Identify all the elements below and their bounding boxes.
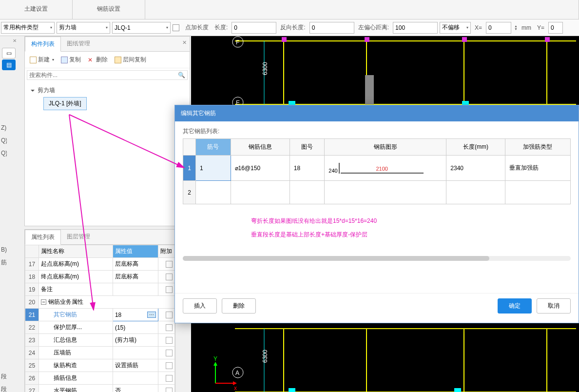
combo-offset[interactable]: 不偏移 ▾ bbox=[440, 22, 471, 34]
search-icon[interactable]: 🔍 bbox=[178, 72, 185, 78]
y-input[interactable] bbox=[548, 22, 563, 34]
checkbox[interactable] bbox=[166, 312, 173, 318]
table-row[interactable]: 26插筋信息 bbox=[25, 372, 175, 385]
table-row[interactable]: 17起点底标高(m)层底标高 bbox=[25, 258, 175, 271]
table-row[interactable]: 19备注 bbox=[25, 283, 175, 296]
prop-extra[interactable] bbox=[158, 271, 175, 283]
checkbox[interactable] bbox=[166, 375, 173, 382]
tab-earthwork[interactable]: 土建设置 bbox=[0, 0, 73, 19]
horizontal-scrollbar[interactable] bbox=[183, 256, 571, 261]
prop-extra[interactable] bbox=[158, 321, 175, 334]
x-spinner[interactable]: ▲▼ bbox=[514, 25, 518, 31]
combo-wall-type[interactable]: 剪力墙 ▾ bbox=[57, 22, 110, 34]
prop-value[interactable]: 层底标高 bbox=[113, 271, 158, 283]
col-bar-info[interactable]: 钢筋信息 bbox=[231, 139, 290, 156]
prop-value[interactable]: 否 bbox=[113, 385, 158, 392]
cell-info[interactable]: ⌀16@150 bbox=[231, 156, 290, 181]
checkbox-point-length[interactable] bbox=[173, 24, 179, 31]
table-row[interactable]: 21其它钢筋18⋯ bbox=[25, 309, 175, 321]
prop-extra[interactable] bbox=[158, 385, 175, 392]
prop-value[interactable]: (剪力墙) bbox=[113, 334, 158, 347]
view-button-1[interactable]: ▭ bbox=[2, 48, 16, 59]
table-row[interactable]: 18终点底标高(m)层底标高 bbox=[25, 271, 175, 283]
col-shape[interactable]: 钢筋图形 bbox=[325, 139, 446, 156]
rev-length-input[interactable] bbox=[309, 22, 354, 34]
tab-component-list[interactable]: 构件列表 bbox=[25, 37, 61, 52]
cell-kind[interactable]: 垂直加强筋 bbox=[505, 156, 570, 181]
prop-value[interactable]: (15) bbox=[113, 321, 158, 334]
prop-value[interactable] bbox=[113, 347, 158, 359]
floor-copy-button[interactable]: 层间复制 bbox=[113, 55, 148, 65]
side-item[interactable]: Q) bbox=[0, 147, 7, 160]
checkbox[interactable] bbox=[166, 324, 173, 331]
combo-wall-name[interactable]: JLQ-1 ▾ bbox=[112, 22, 171, 34]
prop-extra[interactable] bbox=[158, 283, 175, 296]
ellipsis-button[interactable]: ⋯ bbox=[147, 312, 156, 318]
close-icon[interactable]: ✕ bbox=[13, 38, 17, 43]
side-item[interactable]: Q) bbox=[0, 135, 7, 147]
side-item[interactable]: 段(R) bbox=[0, 371, 7, 383]
insert-button[interactable]: 插入 bbox=[183, 298, 217, 314]
cell-shape[interactable]: 240 2100 bbox=[325, 156, 446, 181]
close-icon[interactable]: ✕ bbox=[182, 39, 187, 46]
tree-child-jlq1[interactable]: JLQ-1 [外墙] bbox=[43, 97, 87, 110]
col-length[interactable]: 长度(mm) bbox=[446, 139, 505, 156]
ok-button[interactable]: 确定 bbox=[498, 298, 532, 314]
table-row[interactable]: 27水平钢筋否 bbox=[25, 385, 175, 392]
checkbox[interactable] bbox=[166, 388, 173, 392]
prop-value[interactable]: 18⋯ bbox=[113, 309, 158, 321]
cell-length[interactable]: 2340 bbox=[446, 156, 505, 181]
checkbox[interactable] bbox=[166, 362, 173, 369]
cancel-button[interactable]: 取消 bbox=[537, 298, 571, 314]
checkbox[interactable] bbox=[166, 261, 173, 268]
cell-fig[interactable]: 18 bbox=[290, 156, 325, 181]
tab-rebar[interactable]: 钢筋设置 bbox=[73, 0, 145, 19]
delete-button[interactable]: ✕删除 bbox=[86, 55, 110, 65]
prop-extra[interactable] bbox=[158, 372, 175, 385]
tab-prop-list[interactable]: 属性列表 bbox=[25, 230, 61, 245]
prop-value[interactable] bbox=[113, 283, 158, 296]
tab-layer-mgmt[interactable]: 图层管理 bbox=[61, 230, 96, 244]
table-row[interactable]: 1 1 ⌀16@150 18 240 2100 2340 垂直加强筋 bbox=[183, 156, 571, 181]
table-row[interactable]: 24压墙筋 bbox=[25, 347, 175, 359]
search-input[interactable] bbox=[29, 72, 178, 78]
tree-root[interactable]: 剪力墙 bbox=[29, 84, 186, 97]
table-row[interactable]: 23汇总信息(剪力墙) bbox=[25, 334, 175, 347]
delete-button[interactable]: 删除 bbox=[222, 298, 256, 314]
prop-extra[interactable] bbox=[158, 359, 175, 372]
prop-value[interactable]: 设置插筋 bbox=[113, 359, 158, 372]
checkbox[interactable] bbox=[166, 350, 173, 356]
search-box[interactable]: 🔍 bbox=[27, 70, 188, 80]
side-item[interactable]: 筋(S) bbox=[0, 256, 7, 269]
col-bar-no[interactable]: 筋号 bbox=[196, 139, 231, 156]
table-row[interactable]: 20−钢筋业务属性 bbox=[25, 296, 175, 309]
left-ecc-input[interactable] bbox=[393, 22, 438, 34]
prop-extra[interactable] bbox=[158, 309, 175, 321]
side-item[interactable]: 段(R) bbox=[0, 383, 7, 392]
checkbox[interactable] bbox=[166, 274, 173, 280]
x-input[interactable] bbox=[486, 22, 511, 34]
prop-value[interactable]: 层底标高 bbox=[113, 258, 158, 271]
table-row[interactable]: 22保护层厚...(15) bbox=[25, 321, 175, 334]
prop-extra[interactable] bbox=[158, 334, 175, 347]
table-row[interactable]: 2 bbox=[183, 181, 571, 204]
side-item[interactable]: B) bbox=[0, 244, 7, 256]
prop-extra[interactable] bbox=[158, 258, 175, 271]
copy-button[interactable]: 复制 bbox=[59, 55, 83, 65]
new-button[interactable]: 新建▾ bbox=[28, 55, 56, 65]
view-button-2[interactable]: ▤ bbox=[2, 59, 16, 70]
tab-drawing-mgmt[interactable]: 图纸管理 bbox=[61, 37, 96, 51]
length-input[interactable] bbox=[232, 22, 276, 34]
checkbox[interactable] bbox=[166, 337, 173, 344]
side-item[interactable]: Z) bbox=[0, 122, 7, 135]
cell-bar-no[interactable]: 1 bbox=[196, 156, 231, 181]
col-fig-no[interactable]: 图号 bbox=[290, 139, 325, 156]
prop-extra[interactable] bbox=[158, 347, 175, 359]
combo-component-type[interactable]: 常用构件类型 ▾ bbox=[1, 22, 55, 34]
table-row[interactable]: 25纵筋构造设置插筋 bbox=[25, 359, 175, 372]
prop-value[interactable] bbox=[113, 372, 158, 385]
dim-6300-2: 6300 bbox=[262, 350, 269, 363]
col-kind[interactable]: 加强筋类型 bbox=[505, 139, 570, 156]
checkbox[interactable] bbox=[166, 286, 173, 293]
point-length-label: 点加长度 bbox=[183, 23, 211, 32]
